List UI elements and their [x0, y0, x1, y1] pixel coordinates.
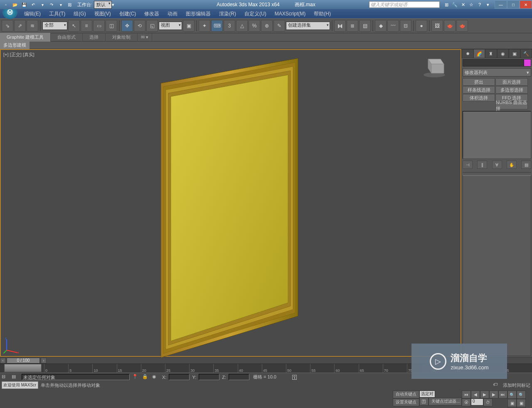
select-rotate-icon[interactable]: ⟲ [134, 20, 145, 32]
prev-frame-icon[interactable]: ◀ [471, 391, 480, 398]
zoom-extents-all-icon[interactable]: ▣ [517, 399, 526, 407]
select-object-icon[interactable]: ↖ [68, 20, 80, 32]
time-slider-handle[interactable]: 0 / 100 [7, 358, 40, 363]
selected-field[interactable]: 选定对 [419, 391, 435, 398]
x-field[interactable] [169, 374, 190, 380]
schematic-view-icon[interactable]: ⊟ [400, 20, 411, 32]
menu-create[interactable]: 创建(C) [115, 9, 140, 19]
make-unique-icon[interactable]: ∀ [492, 161, 502, 169]
new-icon[interactable]: ▫ [2, 1, 10, 8]
mod-splinesel-button[interactable]: 样条线选择 [463, 86, 495, 94]
select-manipulate-icon[interactable]: ✦ [199, 20, 210, 32]
material-editor-icon[interactable]: ● [416, 20, 427, 32]
snap-toggle-icon[interactable]: 3 [224, 20, 235, 32]
save-icon[interactable]: 💾 [20, 1, 28, 8]
configure-sets-icon[interactable]: ▤ [521, 161, 531, 169]
keyboard-shortcut-icon[interactable]: ⌨ [211, 20, 223, 32]
ribbon-sub-polymodeling[interactable]: 多边形建模 [0, 41, 30, 49]
menu-maxscript[interactable]: MAXScript(M) [271, 10, 310, 18]
welcome-button[interactable]: 欢迎使用 MAXScr [2, 381, 38, 389]
undo-drop-icon[interactable]: ▾ [38, 1, 47, 8]
setkey-icon[interactable]: ⚿ [419, 398, 429, 406]
render-setup-icon[interactable]: 🖼 [431, 20, 443, 32]
ribbon-mail-icon[interactable]: ✉ ▾ [138, 33, 152, 41]
select-region-rect-icon[interactable]: ▭ [93, 20, 105, 32]
angle-snap-icon[interactable]: △ [236, 20, 248, 32]
selection-filter-combo[interactable]: 全部 [42, 22, 67, 30]
menu-customize[interactable]: 自定义(U) [240, 9, 271, 19]
modify-tab-icon[interactable]: 🌈 [473, 49, 485, 58]
trackbar-toggle-icon[interactable]: ▤ [12, 374, 19, 381]
use-center-icon[interactable]: ▣ [183, 20, 195, 32]
viewcube[interactable] [421, 52, 447, 78]
favorites-icon[interactable]: ☆ [467, 1, 475, 8]
mod-volsel-button[interactable]: 体积选择 [463, 94, 495, 101]
hierarchy-tab-icon[interactable]: ♜ [485, 49, 497, 58]
zoom-all-icon[interactable]: 🔍 [517, 391, 526, 399]
menu-view[interactable]: 视图(V) [90, 9, 115, 19]
create-tab-icon[interactable]: ✸ [462, 49, 473, 58]
menu-rendering[interactable]: 渲染(R) [215, 9, 240, 19]
menu-tools[interactable]: 工具(T) [45, 9, 69, 19]
time-config-icon[interactable]: ⏱ [483, 398, 493, 406]
timeslider-next-icon[interactable]: › [41, 358, 47, 363]
select-scale-icon[interactable]: ◱ [146, 20, 158, 32]
goto-start-icon[interactable]: ⏮ [462, 391, 471, 398]
current-frame-field[interactable]: 0 [471, 398, 483, 406]
curve-editor-icon[interactable]: 〰 [387, 20, 399, 32]
menu-edit[interactable]: 编辑(E) [20, 9, 45, 19]
maximize-button[interactable]: □ [507, 0, 520, 9]
ribbon-tab-objectpaint[interactable]: 对象绘制 [106, 33, 138, 42]
modifier-stack[interactable] [463, 111, 531, 159]
pin-stack-icon[interactable]: ⊣ [463, 161, 473, 169]
mod-patchsel-button[interactable]: 面片选择 [495, 78, 528, 86]
render-icon[interactable]: 🫖 [456, 20, 468, 32]
next-frame-icon[interactable]: ▶ [489, 391, 498, 398]
link-icon[interactable]: ⛓ [66, 1, 74, 8]
modifier-list-dropdown[interactable]: 修改器列表▾ [463, 68, 531, 77]
help-icon[interactable]: ? [475, 1, 484, 8]
mini-curve-icon[interactable]: ⊟ [2, 374, 9, 381]
addtime-label[interactable]: 添加时间标记 [503, 382, 530, 388]
timetag-icon[interactable]: 🏷 [493, 382, 500, 388]
align-icon[interactable]: ≣ [347, 20, 358, 32]
workspace-more-icon[interactable]: ▾ [112, 2, 114, 7]
zoom-extents-icon[interactable]: ▣ [507, 399, 517, 407]
trackbar-range[interactable] [4, 364, 42, 372]
open-icon[interactable]: 📂 [11, 1, 19, 8]
unlink-icon[interactable]: ⇗ [14, 20, 26, 32]
menu-help[interactable]: 帮助(H) [310, 9, 335, 19]
lock-icon[interactable]: 🔒 [142, 374, 150, 381]
close-button[interactable]: ✕ [520, 0, 532, 9]
redo-drop-icon[interactable]: ▾ [57, 1, 65, 8]
scene-object-frame[interactable] [161, 58, 306, 358]
ribbon-tab-selection[interactable]: 选择 [83, 33, 106, 42]
bind-space-icon[interactable]: ≋ [27, 20, 38, 32]
viewport[interactable]: [+] [正交] [真实] [0, 49, 461, 357]
keyfilter-button[interactable]: 关键点过滤器... [429, 398, 462, 406]
mirror-icon[interactable]: ◗◖ [334, 20, 346, 32]
lock-selection-icon[interactable]: 📍 [132, 374, 140, 381]
menu-group[interactable]: 组(G) [69, 9, 90, 19]
select-move-icon[interactable]: ✥ [121, 20, 133, 32]
minimize-button[interactable]: — [495, 0, 507, 9]
show-result-icon[interactable]: ‖ [477, 161, 487, 169]
select-name-icon[interactable]: ≡ [81, 20, 92, 32]
tools-icon[interactable]: 🔧 [451, 1, 459, 8]
motion-tab-icon[interactable]: ◉ [497, 49, 509, 58]
autokey-button[interactable]: 自动关键点 [393, 391, 419, 398]
help-drop-icon[interactable]: ▾ [484, 1, 492, 8]
ref-coord-combo[interactable]: 视图 [159, 22, 182, 30]
ribbon-tab-graphite[interactable]: Graphite 建模工具 [0, 33, 51, 42]
exchange-icon[interactable]: ✕ [459, 1, 467, 8]
object-name-field[interactable] [463, 59, 524, 67]
zoom-icon[interactable]: 🔍 [507, 391, 517, 399]
workspace-dropdown[interactable]: 默认 [94, 1, 112, 9]
play-icon[interactable]: ▶ [480, 391, 489, 398]
menu-grapheditors[interactable]: 图形编辑器 [182, 9, 215, 19]
timeslider-prev-icon[interactable]: ‹ [0, 358, 6, 363]
display-tab-icon[interactable]: ▣ [509, 49, 520, 58]
undo-icon[interactable]: ↶ [29, 1, 37, 8]
y-field[interactable] [199, 374, 219, 380]
menu-animation[interactable]: 动画 [163, 9, 182, 19]
